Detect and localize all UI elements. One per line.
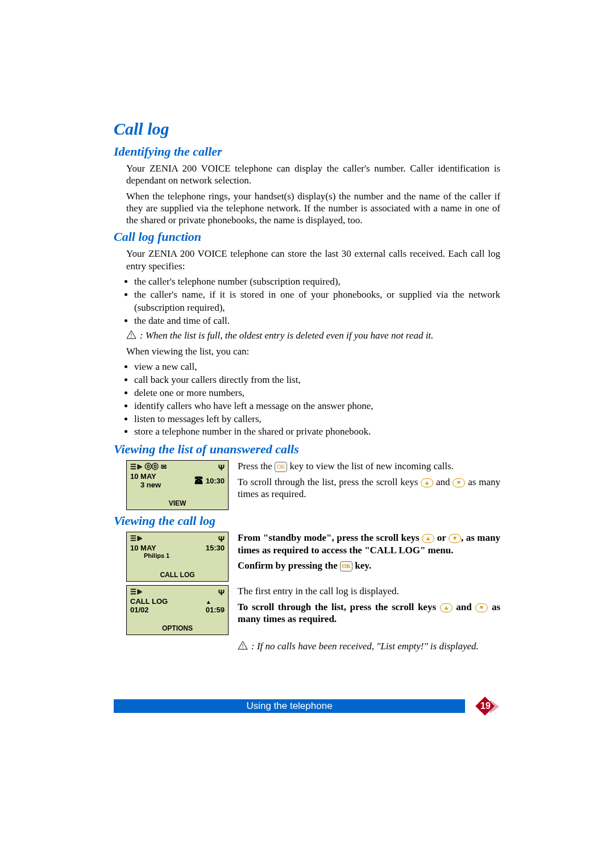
heading-identifying: Identifying the caller <box>114 144 500 159</box>
viewlog-scroll: To scroll through the list, press the sc… <box>238 601 500 625</box>
lcd-name: Philips 1 <box>127 552 228 559</box>
ok-key-icon: OK <box>340 561 352 571</box>
warning-icon: ! <box>238 641 248 653</box>
antenna-icon: Ψ <box>218 588 225 597</box>
scroll-down-icon <box>453 478 465 487</box>
page-footer: Using the telephone 19 <box>114 696 500 716</box>
lcd-screen-calllog-menu: ☰⫸ Ψ 10 MAY 15:30 Philips 1 CALL LOG <box>126 532 229 582</box>
antenna-icon: Ψ <box>218 535 225 544</box>
warn-list-empty: : If no calls have been received, "List … <box>251 641 500 652</box>
identifying-p1: Your ZENIA 200 VOICE telephone can displ… <box>126 162 500 187</box>
viewlog-confirm: Confirm by pressing the OK key. <box>238 560 500 571</box>
list-item: store a telephone number in the shared o… <box>134 425 500 439</box>
callerid-icon: ☰⫸ <box>130 588 143 597</box>
when-viewing: When viewing the list, you can: <box>126 345 500 357</box>
list-item: the date and time of call. <box>134 315 500 328</box>
scroll-down-icon <box>475 603 488 612</box>
scroll-down-icon <box>449 534 461 543</box>
tape-reel-icon: 🕿 10:30 <box>194 475 225 486</box>
svg-marker-3 <box>457 481 460 485</box>
heading-unanswered: Viewing the list of unanswered calls <box>114 442 500 457</box>
lcd-date: 10 MAY <box>130 544 156 552</box>
lcd-softkey-calllog: CALL LOG <box>127 571 228 579</box>
svg-text:!: ! <box>242 643 243 649</box>
function-intro: Your ZENIA 200 VOICE telephone can store… <box>126 248 500 272</box>
lcd-calllog-label: CALL LOG <box>130 597 168 606</box>
svg-marker-5 <box>453 537 457 540</box>
lcd-softkey-view: VIEW <box>127 499 228 507</box>
list-item: listen to messages left by callers, <box>134 413 500 426</box>
heading-function: Call log function <box>114 229 500 244</box>
viewlog-block1: From "standby mode", press the scroll ke… <box>238 532 500 556</box>
warn-list-full: : When the list is full, the oldest entr… <box>140 330 433 341</box>
scroll-up-icon <box>422 534 434 543</box>
ok-key-icon: OK <box>275 462 287 472</box>
svg-marker-7 <box>480 606 483 610</box>
heading-viewlog: Viewing the call log <box>114 514 500 528</box>
function-actions-list: view a new call, call back your callers … <box>134 361 500 439</box>
lcd-index: 01/02 <box>130 606 149 614</box>
unanswered-text1: Press the OK key to view the list of new… <box>238 460 500 472</box>
page-number: 19 <box>474 696 497 716</box>
lcd-time: 15:30 <box>206 544 225 552</box>
callerid-icon: ☰⫸ ⓞⓞ ✉ <box>130 463 167 472</box>
first-entry-text: The first entry in the call log is displ… <box>238 585 500 597</box>
heading-call-log: Call log <box>114 119 500 139</box>
lcd-new-count: 3 new <box>130 481 161 489</box>
list-item: the caller's telephone number (subscript… <box>134 276 500 289</box>
svg-text:!: ! <box>130 332 132 339</box>
warning-icon: ! <box>126 330 136 342</box>
function-specifies-list: the caller's telephone number (subscript… <box>134 276 500 328</box>
list-item: the caller's name, if it is stored in on… <box>134 289 500 315</box>
lcd-screen-unanswered: ☰⫸ ⓞⓞ ✉ Ψ 10 MAY 3 new 🕿 10:30 VIEW <box>126 460 229 510</box>
identifying-p2: When the telephone rings, your handset(s… <box>126 190 500 227</box>
antenna-icon: Ψ <box>218 463 225 472</box>
svg-marker-2 <box>425 481 429 485</box>
unanswered-text2: To scroll through the list, press the sc… <box>238 476 500 500</box>
svg-marker-4 <box>426 537 430 540</box>
list-item: delete one or more numbers, <box>134 387 500 400</box>
list-item: view a new call, <box>134 361 500 374</box>
scroll-up-icon <box>440 603 453 612</box>
list-item: call back your callers directly from the… <box>134 374 500 387</box>
lcd-softkey-options: OPTIONS <box>127 624 228 632</box>
list-item: identify callers who have left a message… <box>134 400 500 413</box>
page-number-badge: 19 <box>474 696 500 716</box>
lcd-date: 10 MAY <box>130 472 156 481</box>
lcd-time: ▲01:59 <box>206 597 225 614</box>
callerid-icon: ☰⫸ <box>130 535 143 544</box>
footer-section-title: Using the telephone <box>114 699 465 713</box>
svg-marker-6 <box>445 606 448 610</box>
scroll-up-icon <box>421 478 433 487</box>
lcd-screen-calllog-entry: ☰⫸ Ψ CALL LOG 01/02 ▲01:59 OPTIONS <box>126 585 229 635</box>
